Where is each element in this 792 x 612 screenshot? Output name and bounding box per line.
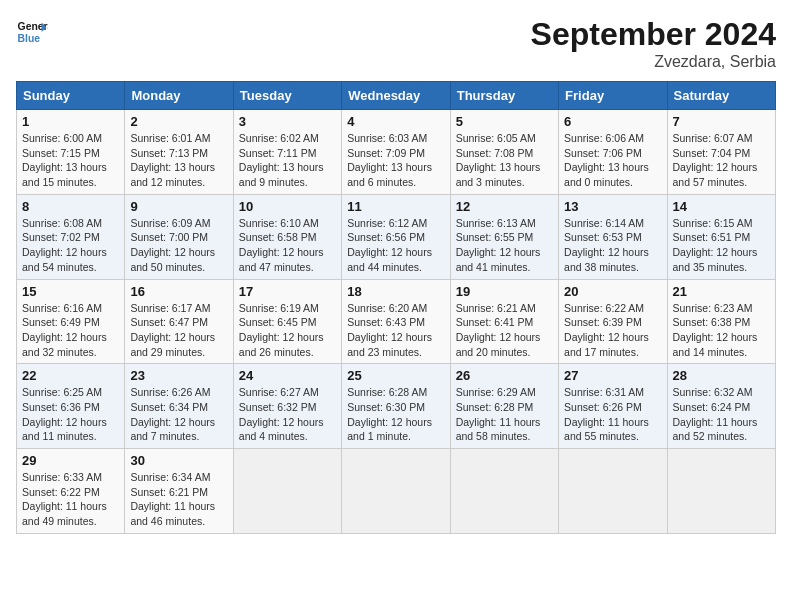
day-cell: 30Sunrise: 6:34 AMSunset: 6:21 PMDayligh…: [125, 449, 233, 534]
day-header-sunday: Sunday: [17, 82, 125, 110]
day-number: 2: [130, 114, 227, 129]
day-cell: 8Sunrise: 6:08 AMSunset: 7:02 PMDaylight…: [17, 194, 125, 279]
day-cell: 5Sunrise: 6:05 AMSunset: 7:08 PMDaylight…: [450, 110, 558, 195]
day-info: Sunrise: 6:10 AMSunset: 6:58 PMDaylight:…: [239, 216, 336, 275]
calendar-title: September 2024: [531, 16, 776, 53]
day-number: 5: [456, 114, 553, 129]
day-cell: [559, 449, 667, 534]
day-info: Sunrise: 6:23 AMSunset: 6:38 PMDaylight:…: [673, 301, 770, 360]
days-header-row: SundayMondayTuesdayWednesdayThursdayFrid…: [17, 82, 776, 110]
day-info: Sunrise: 6:07 AMSunset: 7:04 PMDaylight:…: [673, 131, 770, 190]
day-info: Sunrise: 6:12 AMSunset: 6:56 PMDaylight:…: [347, 216, 444, 275]
day-cell: 23Sunrise: 6:26 AMSunset: 6:34 PMDayligh…: [125, 364, 233, 449]
day-number: 6: [564, 114, 661, 129]
day-number: 16: [130, 284, 227, 299]
day-cell: 25Sunrise: 6:28 AMSunset: 6:30 PMDayligh…: [342, 364, 450, 449]
day-number: 15: [22, 284, 119, 299]
day-cell: [450, 449, 558, 534]
week-row-5: 29Sunrise: 6:33 AMSunset: 6:22 PMDayligh…: [17, 449, 776, 534]
day-header-wednesday: Wednesday: [342, 82, 450, 110]
day-number: 29: [22, 453, 119, 468]
day-number: 13: [564, 199, 661, 214]
day-cell: 9Sunrise: 6:09 AMSunset: 7:00 PMDaylight…: [125, 194, 233, 279]
day-info: Sunrise: 6:19 AMSunset: 6:45 PMDaylight:…: [239, 301, 336, 360]
day-info: Sunrise: 6:32 AMSunset: 6:24 PMDaylight:…: [673, 385, 770, 444]
day-cell: [342, 449, 450, 534]
day-number: 18: [347, 284, 444, 299]
day-cell: 29Sunrise: 6:33 AMSunset: 6:22 PMDayligh…: [17, 449, 125, 534]
day-number: 20: [564, 284, 661, 299]
day-cell: 6Sunrise: 6:06 AMSunset: 7:06 PMDaylight…: [559, 110, 667, 195]
day-cell: 11Sunrise: 6:12 AMSunset: 6:56 PMDayligh…: [342, 194, 450, 279]
day-info: Sunrise: 6:00 AMSunset: 7:15 PMDaylight:…: [22, 131, 119, 190]
day-number: 21: [673, 284, 770, 299]
day-info: Sunrise: 6:21 AMSunset: 6:41 PMDaylight:…: [456, 301, 553, 360]
week-row-1: 1Sunrise: 6:00 AMSunset: 7:15 PMDaylight…: [17, 110, 776, 195]
day-number: 27: [564, 368, 661, 383]
day-number: 14: [673, 199, 770, 214]
day-info: Sunrise: 6:20 AMSunset: 6:43 PMDaylight:…: [347, 301, 444, 360]
day-cell: 13Sunrise: 6:14 AMSunset: 6:53 PMDayligh…: [559, 194, 667, 279]
day-number: 1: [22, 114, 119, 129]
day-number: 19: [456, 284, 553, 299]
day-header-tuesday: Tuesday: [233, 82, 341, 110]
day-number: 22: [22, 368, 119, 383]
day-info: Sunrise: 6:06 AMSunset: 7:06 PMDaylight:…: [564, 131, 661, 190]
day-info: Sunrise: 6:01 AMSunset: 7:13 PMDaylight:…: [130, 131, 227, 190]
day-number: 9: [130, 199, 227, 214]
day-cell: 26Sunrise: 6:29 AMSunset: 6:28 PMDayligh…: [450, 364, 558, 449]
day-cell: [233, 449, 341, 534]
svg-text:Blue: Blue: [18, 33, 41, 44]
day-info: Sunrise: 6:34 AMSunset: 6:21 PMDaylight:…: [130, 470, 227, 529]
calendar-table: SundayMondayTuesdayWednesdayThursdayFrid…: [16, 81, 776, 534]
title-section: September 2024 Zvezdara, Serbia: [531, 16, 776, 71]
day-info: Sunrise: 6:14 AMSunset: 6:53 PMDaylight:…: [564, 216, 661, 275]
day-cell: 17Sunrise: 6:19 AMSunset: 6:45 PMDayligh…: [233, 279, 341, 364]
day-info: Sunrise: 6:13 AMSunset: 6:55 PMDaylight:…: [456, 216, 553, 275]
day-number: 12: [456, 199, 553, 214]
day-cell: 10Sunrise: 6:10 AMSunset: 6:58 PMDayligh…: [233, 194, 341, 279]
day-info: Sunrise: 6:25 AMSunset: 6:36 PMDaylight:…: [22, 385, 119, 444]
day-cell: 4Sunrise: 6:03 AMSunset: 7:09 PMDaylight…: [342, 110, 450, 195]
day-header-saturday: Saturday: [667, 82, 775, 110]
day-cell: 7Sunrise: 6:07 AMSunset: 7:04 PMDaylight…: [667, 110, 775, 195]
day-cell: 1Sunrise: 6:00 AMSunset: 7:15 PMDaylight…: [17, 110, 125, 195]
day-number: 26: [456, 368, 553, 383]
day-info: Sunrise: 6:33 AMSunset: 6:22 PMDaylight:…: [22, 470, 119, 529]
day-cell: 16Sunrise: 6:17 AMSunset: 6:47 PMDayligh…: [125, 279, 233, 364]
day-number: 3: [239, 114, 336, 129]
day-info: Sunrise: 6:15 AMSunset: 6:51 PMDaylight:…: [673, 216, 770, 275]
day-cell: 18Sunrise: 6:20 AMSunset: 6:43 PMDayligh…: [342, 279, 450, 364]
day-cell: 20Sunrise: 6:22 AMSunset: 6:39 PMDayligh…: [559, 279, 667, 364]
day-cell: 28Sunrise: 6:32 AMSunset: 6:24 PMDayligh…: [667, 364, 775, 449]
day-cell: 14Sunrise: 6:15 AMSunset: 6:51 PMDayligh…: [667, 194, 775, 279]
day-number: 28: [673, 368, 770, 383]
header: General Blue September 2024 Zvezdara, Se…: [16, 16, 776, 71]
day-info: Sunrise: 6:17 AMSunset: 6:47 PMDaylight:…: [130, 301, 227, 360]
day-info: Sunrise: 6:31 AMSunset: 6:26 PMDaylight:…: [564, 385, 661, 444]
week-row-3: 15Sunrise: 6:16 AMSunset: 6:49 PMDayligh…: [17, 279, 776, 364]
day-number: 25: [347, 368, 444, 383]
day-number: 10: [239, 199, 336, 214]
day-header-friday: Friday: [559, 82, 667, 110]
day-number: 8: [22, 199, 119, 214]
day-number: 17: [239, 284, 336, 299]
day-info: Sunrise: 6:05 AMSunset: 7:08 PMDaylight:…: [456, 131, 553, 190]
day-cell: 21Sunrise: 6:23 AMSunset: 6:38 PMDayligh…: [667, 279, 775, 364]
day-header-thursday: Thursday: [450, 82, 558, 110]
day-cell: 3Sunrise: 6:02 AMSunset: 7:11 PMDaylight…: [233, 110, 341, 195]
day-info: Sunrise: 6:08 AMSunset: 7:02 PMDaylight:…: [22, 216, 119, 275]
day-cell: 12Sunrise: 6:13 AMSunset: 6:55 PMDayligh…: [450, 194, 558, 279]
day-info: Sunrise: 6:28 AMSunset: 6:30 PMDaylight:…: [347, 385, 444, 444]
day-number: 7: [673, 114, 770, 129]
day-cell: 22Sunrise: 6:25 AMSunset: 6:36 PMDayligh…: [17, 364, 125, 449]
day-info: Sunrise: 6:29 AMSunset: 6:28 PMDaylight:…: [456, 385, 553, 444]
day-info: Sunrise: 6:16 AMSunset: 6:49 PMDaylight:…: [22, 301, 119, 360]
day-header-monday: Monday: [125, 82, 233, 110]
day-cell: 19Sunrise: 6:21 AMSunset: 6:41 PMDayligh…: [450, 279, 558, 364]
day-cell: [667, 449, 775, 534]
day-cell: 24Sunrise: 6:27 AMSunset: 6:32 PMDayligh…: [233, 364, 341, 449]
day-info: Sunrise: 6:27 AMSunset: 6:32 PMDaylight:…: [239, 385, 336, 444]
logo: General Blue: [16, 16, 48, 48]
day-cell: 15Sunrise: 6:16 AMSunset: 6:49 PMDayligh…: [17, 279, 125, 364]
